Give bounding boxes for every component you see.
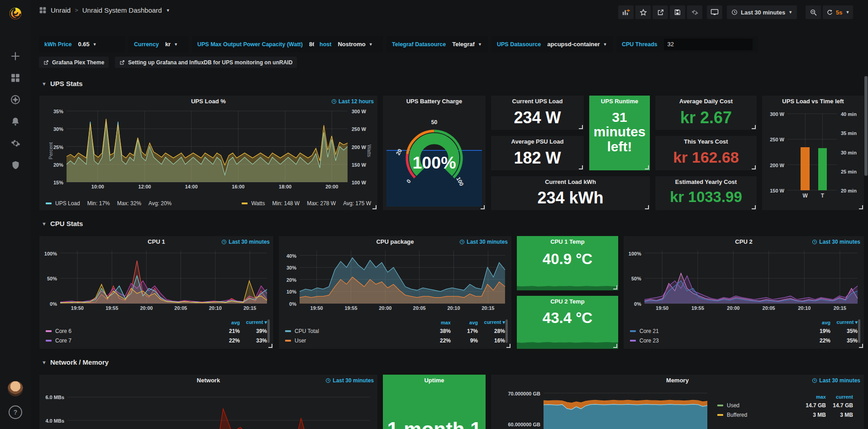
variable-value[interactable]: Nostromo▼ <box>338 41 372 48</box>
refresh-picker[interactable]: 5s ▼ <box>823 5 853 19</box>
cpu2-chart[interactable]: 0%50%100%19:5019:5520:0020:0520:1020:15 <box>644 251 858 304</box>
variable-host[interactable]: hostNostromo▼ <box>314 36 383 53</box>
panel-title[interactable]: UPS Load % <box>39 98 377 105</box>
configuration-gear-icon[interactable] <box>0 134 31 152</box>
panel-resize-handle[interactable] <box>579 165 583 169</box>
legend-item[interactable]: UPS LoadMin: 17%Max: 32%Avg: 20% <box>46 200 172 207</box>
panel-resize-handle[interactable] <box>752 165 756 169</box>
panel-title[interactable]: CPU 1 Temp <box>517 238 618 245</box>
panel-resize-handle[interactable] <box>752 125 756 129</box>
panel-resize-handle[interactable] <box>481 205 485 209</box>
grafana-logo-icon[interactable] <box>0 4 31 24</box>
legend-item[interactable]: WattsMin: 148 WMax: 278 WAvg: 175 W <box>242 200 371 207</box>
panel-time-range[interactable]: Last 30 minutes <box>812 239 860 245</box>
panel-resize-handle[interactable] <box>752 205 756 209</box>
variable-kwh-price[interactable]: kWh Price0.65▼ <box>39 36 125 53</box>
user-avatar[interactable] <box>0 380 31 398</box>
save-button[interactable] <box>670 5 685 19</box>
legend-item[interactable]: CPU Total38%17%28% <box>285 326 505 336</box>
panel-title[interactable]: This Years Cost <box>655 138 757 145</box>
help-icon[interactable]: ? <box>0 403 31 421</box>
panel-resize-handle[interactable] <box>506 344 510 348</box>
server-admin-shield-icon[interactable] <box>0 156 31 174</box>
cpu1-chart[interactable]: 0%50%100%19:5019:5520:0020:0520:1020:15 <box>60 251 267 304</box>
panel-title[interactable]: Average PSU Load <box>491 138 584 145</box>
legend-header-avg[interactable]: avg <box>213 320 240 325</box>
cycle-view-monitor-button[interactable] <box>707 5 722 19</box>
panel-time-range[interactable]: Last 30 minutes <box>221 239 270 245</box>
ups-load-chart[interactable]: 15%20%25%30%35%100 W150 W200 W250 W300 W… <box>67 111 348 182</box>
panel-title[interactable]: Uptime <box>383 377 486 384</box>
panel-title[interactable]: CPU 2 Temp <box>517 298 618 305</box>
dashboards-icon[interactable] <box>0 69 31 87</box>
legend-item[interactable]: Core 2322%35% <box>630 336 858 345</box>
alerting-bell-icon[interactable] <box>0 112 31 130</box>
legend-item[interactable]: Used14.7 GB14.7 GB <box>717 400 853 410</box>
legend-scrollbar[interactable] <box>858 319 860 343</box>
variable-cpu-threads[interactable]: CPU Threads <box>616 36 758 53</box>
panel-title[interactable]: Current Load kWh <box>491 178 650 185</box>
settings-gear-button[interactable] <box>687 5 702 19</box>
breadcrumb-folder[interactable]: Unraid <box>51 6 71 14</box>
create-plus-icon[interactable] <box>0 47 31 65</box>
star-button[interactable] <box>635 5 651 19</box>
panel-time-range[interactable]: Last 12 hours <box>331 98 374 105</box>
panel-resize-handle[interactable] <box>859 205 863 209</box>
variable-telegraf-datasource[interactable]: Telegraf DatasourceTelegraf▼ <box>386 36 488 53</box>
legend-header-current[interactable]: current ▾ <box>830 319 858 325</box>
panel-resize-handle[interactable] <box>613 285 617 289</box>
legend-item[interactable]: Core 722%33% <box>46 336 267 345</box>
panel-title[interactable]: Current UPS Load <box>491 98 584 105</box>
panel-resize-handle[interactable] <box>645 165 649 169</box>
section-cpu-stats[interactable]: ▼CPU Stats <box>42 220 83 227</box>
panel-resize-handle[interactable] <box>579 125 583 129</box>
panel-resize-handle[interactable] <box>859 344 863 348</box>
share-button[interactable] <box>653 5 668 19</box>
page-title[interactable]: Unraid System Dashboard <box>82 6 162 14</box>
section-network-memory[interactable]: ▼Network / Memory <box>42 358 109 366</box>
page-scrollbar[interactable] <box>864 76 868 176</box>
panel-resize-handle[interactable] <box>372 205 377 209</box>
explore-compass-icon[interactable] <box>0 91 31 109</box>
panel-title[interactable]: Memory <box>491 377 864 384</box>
dashboard-dropdown-caret[interactable]: ▼ <box>166 8 170 13</box>
cpu-package-chart[interactable]: 0%10%20%30%40%19:5019:5520:0020:0520:102… <box>300 251 505 304</box>
variable-value[interactable]: kr▼ <box>165 41 178 48</box>
panel-time-range[interactable]: Last 30 minutes <box>459 239 508 245</box>
legend-header-current[interactable]: current ▾ <box>478 319 505 325</box>
panel-title[interactable]: Average Daily Cost <box>655 98 757 105</box>
legend-header-current[interactable]: current <box>826 394 853 400</box>
legend-item[interactable]: Buffered3 MB3 MB <box>717 410 853 419</box>
legend-scrollbar[interactable] <box>506 319 508 343</box>
zoom-out-button[interactable] <box>806 5 821 19</box>
network-chart[interactable]: 2.0 MBs4.0 MBs6.0 MBs <box>67 390 370 429</box>
time-range-picker[interactable]: Last 30 minutes ▼ <box>727 5 797 19</box>
legend-item[interactable]: Core 621%39% <box>46 326 267 336</box>
panel-title[interactable]: UPS Runtime <box>589 98 650 105</box>
variable-value[interactable]: Telegraf▼ <box>452 41 482 48</box>
section-ups-stats[interactable]: ▼UPS Stats <box>42 80 83 87</box>
legend-header-max[interactable]: max <box>799 394 826 400</box>
memory-chart[interactable]: 50.000000 GB60.000000 GB70.000000 GB <box>544 390 707 429</box>
panel-resize-handle[interactable] <box>268 344 272 348</box>
panel-title[interactable]: UPS Load vs Time left <box>762 98 864 105</box>
legend-scrollbar[interactable] <box>267 319 270 343</box>
add-panel-button[interactable] <box>618 5 634 19</box>
legend-item[interactable]: User22%9%16% <box>285 336 505 345</box>
panel-title[interactable]: UPS Battery Charge <box>383 98 486 105</box>
variable-input[interactable] <box>664 39 753 50</box>
dashboard-link[interactable]: Setting up Grafana and InfluxDB for UPS … <box>115 57 297 68</box>
legend-header-avg[interactable]: avg <box>803 320 830 325</box>
legend-header-max[interactable]: max <box>424 320 451 325</box>
legend-header-avg[interactable]: avg <box>451 320 478 325</box>
panel-resize-handle[interactable] <box>613 344 617 348</box>
variable-currency[interactable]: Currencykr▼ <box>129 36 188 53</box>
legend-header-current[interactable]: current ▾ <box>240 319 267 325</box>
dashboard-link[interactable]: Grafana Plex Theme <box>39 57 109 68</box>
panel-title[interactable]: Estimated Yearly Cost <box>655 178 757 185</box>
variable-ups-max-output-power-capacity-watt-[interactable]: UPS Max Output Power Capacity (Watt)865▼ <box>192 36 332 53</box>
panel-time-range[interactable]: Last 30 minutes <box>325 377 374 384</box>
legend-item[interactable]: Core 2119%35% <box>630 326 858 336</box>
variable-value[interactable]: apcupsd-container▼ <box>547 41 607 48</box>
variable-value[interactable]: 0.65▼ <box>78 41 96 48</box>
